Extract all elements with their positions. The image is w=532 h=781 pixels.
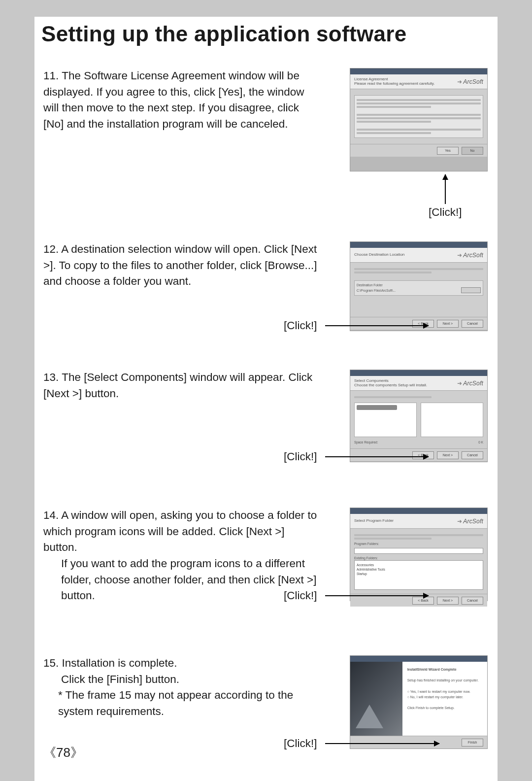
screenshot-select-components: Select ComponentsChoose the components S… [350,370,488,462]
arrow-right-icon [325,595,429,596]
triangle-icon [356,705,383,728]
step-12: 12. A destination selection window will … [43,241,319,290]
arrow-up-icon [445,174,446,204]
next-button[interactable]: Next > [437,451,459,459]
step-number: 15. [43,657,59,669]
click-label-15: [Click!] [284,737,317,750]
cancel-button[interactable]: Cancel [462,597,483,605]
existing-folders-list[interactable]: AccessoriesAdministrative ToolsStartup [354,560,483,590]
cancel-button[interactable]: Cancel [462,320,483,328]
components-columns [354,400,483,440]
click-label-13: [Click!] [284,450,317,463]
destination-path: C:\Program Files\ArcSoft\... [357,288,396,293]
click-label-12: [Click!] [284,319,317,332]
step-text: A window will open, asking you to choose… [43,509,317,553]
screenshot-program-folder: Select Program Folder ArcSoft Program Fo… [350,508,488,601]
window-footer: Finish [350,736,487,748]
page-number: 《78》 [43,744,83,761]
license-text-panel [354,95,483,138]
window-header: Select ComponentsChoose the components S… [350,376,487,391]
description-box [421,403,483,437]
arcsoft-logo: ArcSoft [457,78,483,85]
window-body: Program Folders: Existing Folders: Acces… [350,529,487,594]
browse-button[interactable] [461,287,481,293]
margin-left [0,0,34,781]
destination-folder-group: Destination Folder C:\Program Files\ArcS… [354,280,483,296]
cancel-button[interactable]: Cancel [462,451,483,459]
yes-button[interactable]: Yes [437,147,459,155]
step-13: 13. The [Select Components] window will … [43,370,319,402]
window-footer: < Back Next > Cancel [350,448,487,461]
step-text-extra: If you want to add the program icons to … [43,556,319,604]
window-footer: Yes No [350,144,487,157]
finish-button[interactable]: Finish [462,739,483,747]
step-number: 14. [43,509,59,521]
step-text: Installation is complete. [62,657,177,669]
window-body: Destination Folder C:\Program Files\ArcS… [350,263,487,317]
window-titlebar [350,508,487,514]
step-text: The Software License Agreement window wi… [43,69,304,130]
no-button[interactable]: No [462,147,483,155]
window-titlebar [350,656,487,662]
header-text: Choose Destination Location [354,253,404,257]
window-body [350,89,487,144]
step-text: The [Select Components] window will appe… [43,371,312,400]
step-text: A destination selection window will open… [43,243,317,287]
page-title: Setting up the application software [34,17,498,54]
finish-text: InstallShield Wizard Complete Setup has … [402,662,487,736]
arcsoft-logo: ArcSoft [457,380,483,387]
step-11: 11. The Software License Agreement windo… [43,68,319,133]
step-number: 12. [43,243,59,255]
arrow-right-icon [325,456,429,457]
step-note: * The frame 15 may not appear according … [43,687,319,719]
click-label-11: [Click!] [429,206,462,219]
manual-page: Setting up the application software 11. … [0,0,532,781]
window-titlebar [350,68,487,74]
window-header: License AgreementPlease read the followi… [350,74,487,89]
next-button[interactable]: Next > [437,320,459,328]
step-text-line2: Click the [Finish] button. [43,672,319,688]
step-14: 14. A window will open, asking you to ch… [43,508,319,604]
window-header: Select Program Folder ArcSoft [350,514,487,529]
window-body: Space Required:0 K [350,391,487,448]
header-text: Select Program Folder [354,519,394,523]
header-text: License AgreementPlease read the followi… [354,77,435,86]
finish-graphic [350,662,402,736]
window-footer: < Back Next > Cancel [350,317,487,330]
window-header: Choose Destination Location ArcSoft [350,248,487,263]
step-number: 11. [43,69,59,82]
window-titlebar [350,370,487,376]
next-button[interactable]: Next > [437,597,459,605]
step-number: 13. [43,371,59,383]
header-text: Select ComponentsChoose the components S… [354,379,427,388]
program-folder-input[interactable] [354,548,483,554]
window-body: InstallShield Wizard Complete Setup has … [350,662,487,736]
margin-right [498,0,532,781]
window-titlebar [350,242,487,248]
click-label-14: [Click!] [284,589,317,602]
arrow-right-icon [325,743,439,744]
screenshot-license-agreement: License AgreementPlease read the followi… [350,68,488,171]
content-area: 11. The Software License Agreement windo… [34,54,498,781]
screenshot-destination: Choose Destination Location ArcSoft Dest… [350,241,488,331]
arcsoft-logo: ArcSoft [457,252,483,259]
arrow-right-icon [325,325,429,326]
arcsoft-logo: ArcSoft [457,518,483,525]
margin-top [34,0,498,17]
screenshot-finish: InstallShield Wizard Complete Setup has … [350,655,488,749]
step-15: 15. Installation is complete. Click the … [43,655,319,720]
components-list[interactable] [354,403,417,437]
